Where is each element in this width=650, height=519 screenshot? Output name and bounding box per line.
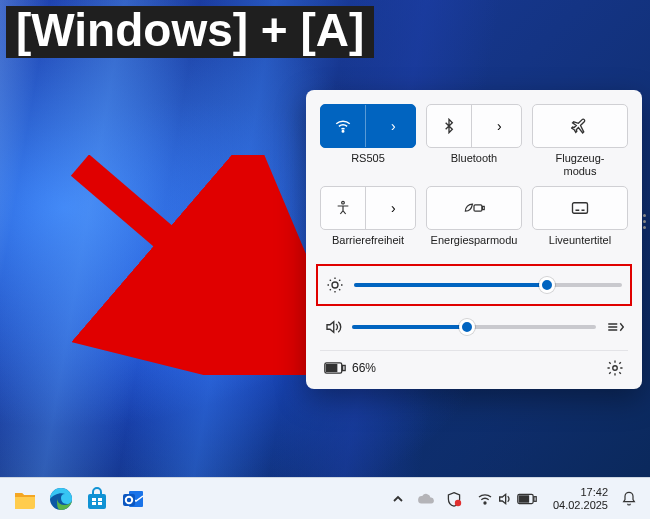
tile-accessibility-label: Barrierefreiheit bbox=[332, 234, 404, 260]
bluetooth-expand[interactable]: › bbox=[478, 105, 522, 147]
svg-point-19 bbox=[455, 499, 461, 505]
settings-button[interactable] bbox=[606, 359, 624, 377]
brightness-fill bbox=[354, 283, 547, 287]
panel-footer: 66% bbox=[320, 350, 628, 379]
brightness-row bbox=[316, 264, 632, 306]
svg-point-1 bbox=[341, 201, 344, 204]
svg-rect-13 bbox=[98, 498, 102, 501]
brightness-icon bbox=[326, 276, 344, 294]
captions-icon bbox=[571, 200, 589, 216]
audio-output-select[interactable] bbox=[606, 320, 624, 334]
clock-time: 17:42 bbox=[553, 486, 608, 499]
leaf-battery-icon bbox=[463, 200, 485, 216]
tile-bluetooth-label: Bluetooth bbox=[451, 152, 497, 178]
svg-rect-22 bbox=[534, 496, 536, 501]
security-tray-icon[interactable] bbox=[443, 485, 465, 513]
svg-point-5 bbox=[332, 282, 338, 288]
microsoft-store-icon[interactable] bbox=[82, 484, 112, 514]
tile-battery-saver-label: Energiesparmodu bbox=[431, 234, 518, 260]
volume-fill bbox=[352, 325, 467, 329]
svg-rect-3 bbox=[483, 206, 485, 209]
volume-row bbox=[320, 310, 628, 344]
wifi-icon bbox=[334, 117, 352, 135]
svg-rect-12 bbox=[92, 498, 96, 501]
file-explorer-icon[interactable] bbox=[10, 484, 40, 514]
svg-rect-14 bbox=[92, 502, 96, 505]
battery-icon[interactable] bbox=[324, 362, 346, 374]
svg-rect-23 bbox=[519, 495, 528, 501]
system-tray: 17:42 04.02.2025 bbox=[387, 485, 640, 513]
svg-point-0 bbox=[342, 131, 344, 133]
chevron-right-icon: › bbox=[391, 200, 396, 216]
tile-wifi[interactable]: › bbox=[320, 104, 416, 148]
bluetooth-toggle[interactable] bbox=[427, 105, 472, 147]
tile-live-captions[interactable] bbox=[532, 186, 628, 230]
tile-battery-saver[interactable] bbox=[426, 186, 522, 230]
battery-percent-label: 66% bbox=[352, 361, 376, 375]
svg-rect-15 bbox=[98, 502, 102, 505]
chevron-right-icon: › bbox=[391, 118, 396, 134]
tile-wifi-label: RS505 bbox=[351, 152, 385, 178]
svg-rect-7 bbox=[343, 365, 346, 370]
svg-rect-11 bbox=[88, 494, 106, 509]
speaker-tray-icon bbox=[497, 492, 513, 506]
svg-point-20 bbox=[484, 502, 486, 504]
accessibility-icon bbox=[335, 200, 351, 216]
chevron-right-icon: › bbox=[497, 118, 502, 134]
tile-airplane-mode[interactable] bbox=[532, 104, 628, 148]
brightness-thumb[interactable] bbox=[539, 277, 555, 293]
svg-point-9 bbox=[613, 366, 618, 371]
wifi-tray-icon bbox=[477, 492, 493, 506]
tile-airplane-label: Flugzeug- modus bbox=[556, 152, 605, 178]
speaker-icon bbox=[324, 318, 342, 336]
clock-date: 04.02.2025 bbox=[553, 499, 608, 512]
volume-thumb[interactable] bbox=[459, 319, 475, 335]
hotkey-overlay-label: [Windows] + [A] bbox=[6, 6, 374, 58]
quick-settings-tiles: › RS505 › Bluetooth Flugzeug- modus bbox=[320, 104, 628, 260]
taskbar-clock[interactable]: 17:42 04.02.2025 bbox=[549, 486, 612, 511]
tile-bluetooth[interactable]: › bbox=[426, 104, 522, 148]
taskbar: 17:42 04.02.2025 bbox=[0, 477, 650, 519]
brightness-slider[interactable] bbox=[354, 283, 622, 287]
network-volume-battery-tray[interactable] bbox=[471, 490, 543, 508]
volume-slider[interactable] bbox=[352, 325, 596, 329]
quick-settings-panel: › RS505 › Bluetooth Flugzeug- modus bbox=[306, 90, 642, 389]
tile-accessibility[interactable]: › bbox=[320, 186, 416, 230]
accessibility-toggle[interactable] bbox=[321, 187, 366, 229]
bluetooth-icon bbox=[441, 118, 457, 134]
outlook-icon[interactable] bbox=[118, 484, 148, 514]
accessibility-expand[interactable]: › bbox=[372, 187, 416, 229]
tray-overflow-chevron[interactable] bbox=[387, 485, 409, 513]
wifi-toggle[interactable] bbox=[321, 105, 366, 147]
panel-edit-handle[interactable] bbox=[643, 214, 646, 229]
svg-rect-2 bbox=[474, 205, 482, 211]
wifi-expand[interactable]: › bbox=[372, 105, 416, 147]
svg-rect-4 bbox=[573, 203, 588, 214]
taskbar-pinned-apps bbox=[10, 484, 148, 514]
airplane-icon bbox=[571, 117, 589, 135]
tile-live-captions-label: Liveuntertitel bbox=[549, 234, 611, 260]
edge-browser-icon[interactable] bbox=[46, 484, 76, 514]
svg-rect-8 bbox=[327, 365, 337, 372]
onedrive-tray-icon[interactable] bbox=[415, 485, 437, 513]
notifications-tray-icon[interactable] bbox=[618, 485, 640, 513]
battery-tray-icon bbox=[517, 493, 537, 505]
